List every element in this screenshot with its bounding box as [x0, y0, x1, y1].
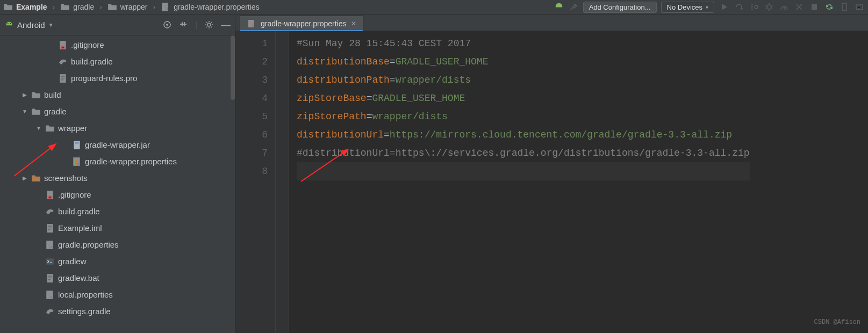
- sdk-manager-icon[interactable]: [854, 2, 865, 12]
- svg-rect-19: [61, 79, 64, 80]
- tree-item[interactable]: screenshots: [0, 170, 235, 186]
- svg-rect-6: [842, 3, 847, 11]
- tree-item[interactable]: .gitignore: [0, 37, 235, 53]
- avd-manager-icon[interactable]: [839, 2, 850, 12]
- svg-point-9: [10, 23, 11, 24]
- hammer-icon[interactable]: [568, 2, 579, 12]
- code-content[interactable]: #Sun May 28 15:45:43 CEST 2017distributi…: [289, 31, 750, 333]
- tree-item[interactable]: Example.iml: [0, 220, 235, 236]
- tree-item-label: proguard-rules.pro: [71, 74, 137, 83]
- tree-item[interactable]: gradle-wrapper.properties: [0, 153, 235, 170]
- android-icon[interactable]: [554, 2, 564, 12]
- code-line[interactable]: zipStoreBase=GRADLE_USER_HOME: [297, 89, 750, 107]
- svg-rect-2: [165, 5, 166, 10]
- line-number: 1: [235, 34, 268, 53]
- file-icon: [31, 107, 41, 117]
- tree-item[interactable]: gradlew.bat: [0, 270, 235, 286]
- svg-rect-24: [76, 160, 77, 164]
- expand-arrow-icon[interactable]: [21, 108, 28, 114]
- file-icon: [72, 140, 82, 150]
- profiler-icon[interactable]: [779, 2, 790, 12]
- file-icon: [58, 57, 68, 67]
- tree-item[interactable]: build: [0, 86, 235, 103]
- tree-item[interactable]: settings.gradle: [0, 303, 235, 320]
- tree-item[interactable]: proguard-rules.pro: [0, 70, 235, 86]
- project-view-selector[interactable]: Android ▼: [4, 20, 54, 30]
- file-icon: [45, 273, 55, 283]
- scrollbar-thumb[interactable]: [231, 35, 235, 100]
- tab-label: gradle-wrapper.properties: [261, 19, 347, 28]
- code-line[interactable]: distributionPath=wrapper/dists: [297, 71, 750, 89]
- file-icon: [45, 124, 55, 133]
- add-configuration-button[interactable]: Add Configuration...: [583, 2, 657, 13]
- tree-item[interactable]: gradlew: [0, 253, 235, 270]
- select-opened-file-icon[interactable]: [163, 20, 171, 29]
- debug-icon[interactable]: [764, 2, 774, 12]
- attach-debugger-icon[interactable]: [794, 2, 805, 12]
- tree-item-label: build.gradle: [71, 57, 113, 66]
- device-selector[interactable]: No Devices▾: [661, 2, 714, 13]
- expand-arrow-icon[interactable]: [21, 175, 28, 181]
- line-number: 8: [235, 162, 268, 180]
- tree-item[interactable]: gradle: [0, 103, 235, 120]
- tree-item[interactable]: build.gradle: [0, 53, 235, 70]
- tree-item-label: .gitignore: [58, 190, 91, 199]
- svg-rect-25: [77, 163, 78, 164]
- expand-arrow-icon[interactable]: [21, 92, 28, 98]
- apply-changes-icon[interactable]: [734, 2, 744, 12]
- svg-rect-45: [51, 296, 52, 298]
- tree-item-label: gradle-wrapper.properties: [85, 157, 177, 166]
- folder-icon: [3, 2, 13, 12]
- code-line[interactable]: zipStorePath=wrapper/dists: [297, 107, 750, 126]
- file-icon: [45, 257, 55, 266]
- code-line[interactable]: [297, 162, 750, 180]
- hide-panel-icon[interactable]: —: [221, 19, 231, 31]
- svg-rect-50: [252, 25, 253, 26]
- chevron-right-icon: ›: [99, 3, 102, 11]
- project-panel-header: Android ▼ | —: [0, 15, 235, 35]
- tree-item-label: build.gradle: [58, 207, 100, 216]
- sync-icon[interactable]: [824, 2, 835, 12]
- project-tree[interactable]: .gitignorebuild.gradleproguard-rules.pro…: [0, 35, 235, 333]
- gear-icon[interactable]: [205, 20, 213, 29]
- code-line[interactable]: distributionUrl=https://mirrors.cloud.te…: [297, 126, 750, 144]
- toolbar-right: Add Configuration... No Devices▾: [554, 2, 865, 13]
- project-tool-window: Android ▼ | — .gitignorebuild.gradleprog…: [0, 15, 235, 333]
- svg-rect-41: [48, 279, 51, 280]
- breadcrumb-file[interactable]: gradle-wrapper.properties: [174, 3, 260, 11]
- stop-icon[interactable]: [809, 2, 820, 12]
- tree-item[interactable]: gradle-wrapper.jar: [0, 136, 235, 153]
- breadcrumb-root[interactable]: Example: [16, 3, 47, 11]
- close-icon[interactable]: ✕: [351, 20, 356, 27]
- file-icon: [45, 290, 55, 300]
- folder-icon: [107, 2, 117, 12]
- svg-rect-23: [74, 162, 75, 165]
- expand-arrow-icon[interactable]: [35, 125, 42, 131]
- tree-item[interactable]: gradle.properties: [0, 236, 235, 253]
- collapse-all-icon[interactable]: [179, 20, 188, 29]
- breadcrumb-item[interactable]: gradle: [73, 3, 94, 11]
- tree-item[interactable]: wrapper: [0, 120, 235, 136]
- editor-tab[interactable]: gradle-wrapper.properties ✕: [240, 16, 363, 31]
- tree-item[interactable]: build.gradle: [0, 203, 235, 220]
- svg-rect-30: [48, 226, 52, 226]
- tree-item-label: Example.iml: [58, 223, 102, 233]
- tree-item[interactable]: .gitignore: [0, 186, 235, 203]
- code-line[interactable]: #Sun May 28 15:45:43 CEST 2017: [297, 34, 750, 53]
- line-number: 4: [235, 89, 268, 107]
- svg-rect-5: [812, 4, 817, 10]
- code-area[interactable]: 12345678 #Sun May 28 15:45:43 CEST 2017d…: [235, 31, 868, 333]
- code-line[interactable]: #distributionUrl=https\://services.gradl…: [297, 144, 750, 162]
- run-icon[interactable]: [719, 2, 729, 12]
- svg-rect-31: [48, 227, 52, 228]
- top-toolbar: Example › gradle › wrapper › gradle-wrap…: [0, 0, 868, 15]
- file-icon: [45, 240, 55, 250]
- apply-code-icon[interactable]: [749, 2, 759, 12]
- chevron-right-icon: ›: [153, 3, 155, 11]
- chevron-down-icon: ▾: [706, 4, 708, 10]
- breadcrumb[interactable]: Example › gradle › wrapper › gradle-wrap…: [3, 2, 260, 12]
- tree-item[interactable]: local.properties: [0, 286, 235, 303]
- breadcrumb-item[interactable]: wrapper: [120, 3, 148, 11]
- code-line[interactable]: distributionBase=GRADLE_USER_HOME: [297, 53, 750, 71]
- watermark: CSDN @Afison: [814, 313, 860, 331]
